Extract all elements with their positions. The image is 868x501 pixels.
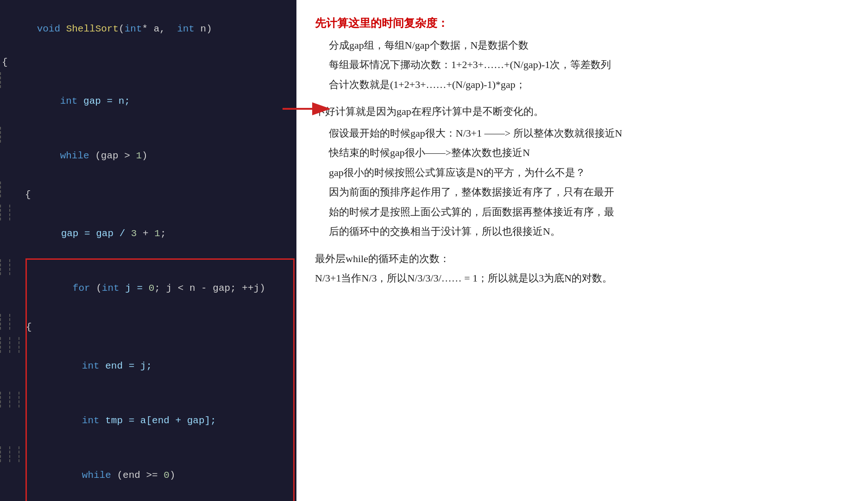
code-line-1: void ShellSort(int* a, int n): [0, 5, 296, 54]
keyword-void: void: [37, 24, 60, 34]
code-panel: void ShellSort(int* a, int n) { int gap …: [0, 0, 296, 501]
exp-line-2-6: 后的循环中的交换相当于没计算，所以也很接近N。: [329, 223, 854, 241]
code-line-9: int end = j;: [0, 336, 296, 391]
exp-title-2: 不好计算就是因为gap在程序计算中是不断变化的。: [315, 103, 854, 121]
exp-title-1: 先计算这里的时间复杂度：: [315, 14, 854, 33]
code-line-10: int tmp = a[end + gap];: [0, 391, 296, 445]
exp-section-3: 最外层while的循环走的次数： N/3+1当作N/3，所以N/3/3/3/………: [315, 250, 854, 288]
exp-line-2-3: gap很小的时候按照公式算应该是N的平方，为什么不是？: [329, 164, 854, 182]
exp-title-3: 最外层while的循环走的次数：: [315, 250, 854, 268]
exp-line-2-2: 快结束的时候gap很小——>整体次数也接近N: [329, 144, 854, 162]
fn-name: ShellSort: [60, 24, 119, 34]
exp-section-2: 不好计算就是因为gap在程序计算中是不断变化的。 假设最开始的时候gap很大：N…: [315, 103, 854, 241]
code-line-2: {: [0, 54, 296, 71]
exp-line-1-2: 每组最坏情况下挪动次数：1+2+3+……+(N/gap)-1次，等差数列: [329, 56, 854, 74]
exp-line-2-1: 假设最开始的时候gap很大：N/3+1 ——> 所以整体次数就很接近N: [329, 125, 854, 143]
code-line-5: {: [0, 181, 296, 204]
code-line-4: while (gap > 1): [0, 126, 296, 181]
exp-line-1-1: 分成gap组，每组N/gap个数据，N是数据个数: [329, 37, 854, 55]
exp-line-3-1: N/3+1当作N/3，所以N/3/3/3/…… = 1；所以就是以3为底N的对数…: [315, 269, 854, 288]
exp-section2-content: 假设最开始的时候gap很大：N/3+1 ——> 所以整体次数就很接近N 快结束的…: [329, 125, 854, 241]
exp-line-1-3: 合计次数就是(1+2+3+……+(N/gap)-1)*gap；: [329, 76, 854, 94]
arrow-svg: [283, 100, 338, 118]
code-line-6: gap = gap / 3 + 1;: [0, 204, 296, 258]
explanation-panel: 先计算这里的时间复杂度： 分成gap组，每组N/gap个数据，N是数据个数 每组…: [296, 0, 868, 311]
exp-section-1: 先计算这里的时间复杂度： 分成gap组，每组N/gap个数据，N是数据个数 每组…: [315, 14, 854, 94]
exp-line-2-5: 始的时候才是按照上面公式算的，后面数据再整体接近有序，最: [329, 203, 854, 221]
code-line-7: for (int j = 0; j < n - gap; ++j): [0, 258, 296, 313]
code-line-11: while (end >= 0): [0, 445, 296, 500]
exp-line-2-4: 因为前面的预排序起作用了，整体数据接近有序了，只有在最开: [329, 183, 854, 201]
code-line-8: {: [0, 313, 296, 336]
code-line-3: int gap = n;: [0, 71, 296, 126]
exp-section1-content: 分成gap组，每组N/gap个数据，N是数据个数 每组最坏情况下挪动次数：1+2…: [329, 37, 854, 94]
